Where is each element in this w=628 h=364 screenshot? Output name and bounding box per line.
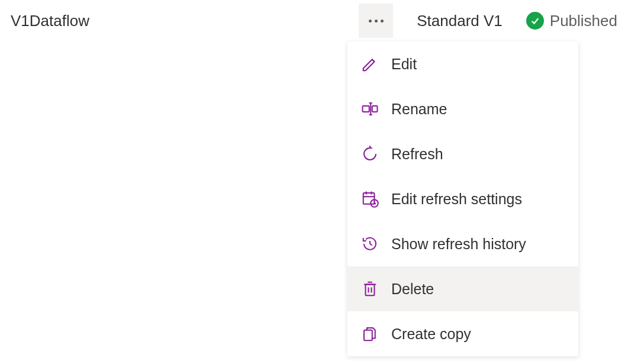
svg-rect-19	[364, 330, 372, 341]
dataflow-name[interactable]: V1Dataflow	[11, 12, 89, 30]
more-options-icon	[369, 20, 384, 22]
delete-icon	[360, 279, 379, 298]
refresh-icon	[360, 144, 379, 163]
menu-item-delete[interactable]: Delete	[347, 266, 578, 311]
svg-rect-14	[366, 285, 375, 296]
status-label: Published	[550, 12, 617, 30]
menu-item-label: Rename	[391, 101, 447, 118]
more-options-button[interactable]	[359, 4, 393, 38]
status-badge: Published	[526, 12, 617, 30]
edit-icon	[360, 54, 379, 73]
menu-item-label: Refresh	[391, 146, 443, 163]
svg-rect-1	[372, 106, 378, 112]
svg-line-13	[370, 244, 372, 246]
menu-item-edit-refresh-settings[interactable]: Edit refresh settings	[347, 176, 578, 221]
rename-icon	[360, 99, 379, 118]
menu-item-refresh[interactable]: Refresh	[347, 131, 578, 176]
menu-item-label: Show refresh history	[391, 236, 526, 253]
menu-item-show-refresh-history[interactable]: Show refresh history	[347, 221, 578, 266]
dataflow-row: V1Dataflow Standard V1 Published	[0, 0, 628, 41]
copy-icon	[360, 324, 379, 343]
menu-item-label: Create copy	[391, 326, 471, 343]
svg-line-11	[375, 204, 376, 204]
calendar-settings-icon	[360, 189, 379, 208]
menu-item-label: Edit	[391, 56, 417, 73]
context-menu: Edit Rename Refresh	[347, 41, 578, 356]
menu-item-rename[interactable]: Rename	[347, 86, 578, 131]
checkmark-icon	[526, 12, 544, 30]
svg-rect-5	[363, 193, 375, 204]
svg-rect-0	[363, 106, 369, 112]
menu-item-label: Edit refresh settings	[391, 191, 522, 208]
menu-item-label: Delete	[391, 281, 434, 298]
menu-item-create-copy[interactable]: Create copy	[347, 311, 578, 356]
history-icon	[360, 234, 379, 253]
menu-item-edit[interactable]: Edit	[347, 41, 578, 86]
dataflow-type: Standard V1	[417, 12, 503, 30]
